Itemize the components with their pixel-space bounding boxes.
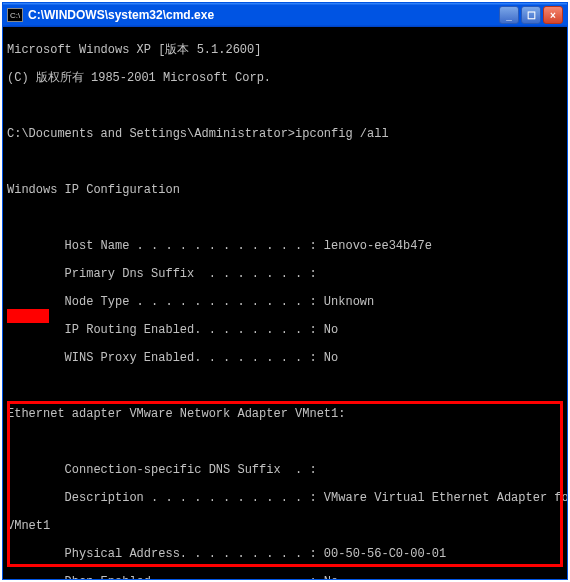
output-line: Connection-specific DNS Suffix . : xyxy=(7,463,563,477)
output-line xyxy=(7,379,563,393)
minimize-button[interactable]: _ xyxy=(499,6,519,24)
terminal-output[interactable]: Microsoft Windows XP [版本 5.1.2600] (C) 版… xyxy=(3,27,567,579)
highlight-box-large xyxy=(7,401,563,567)
output-line: Primary Dns Suffix . . . . . . . : xyxy=(7,267,563,281)
output-line: IP Routing Enabled. . . . . . . . : No xyxy=(7,323,563,337)
output-line: Dhcp Enabled. . . . . . . . . . . : No xyxy=(7,575,563,579)
adapter-header: Ethernet adapter VMware Network Adapter … xyxy=(7,407,563,421)
output-line: Windows IP Configuration xyxy=(7,183,563,197)
output-line xyxy=(7,99,563,113)
prompt-line: C:\Documents and Settings\Administrator>… xyxy=(7,127,563,141)
output-line: Physical Address. . . . . . . . . : 00-5… xyxy=(7,547,563,561)
titlebar[interactable]: C:\ C:\WINDOWS\system32\cmd.exe _ ☐ × xyxy=(3,3,567,27)
cmd-icon: C:\ xyxy=(7,8,23,22)
output-line: Microsoft Windows XP [版本 5.1.2600] xyxy=(7,43,563,57)
output-line: VMnet1 xyxy=(7,519,563,533)
highlight-box-small xyxy=(7,309,49,323)
output-line xyxy=(7,155,563,169)
titlebar-buttons: _ ☐ × xyxy=(499,6,563,24)
cmd-window: C:\ C:\WINDOWS\system32\cmd.exe _ ☐ × Mi… xyxy=(2,2,568,580)
close-button[interactable]: × xyxy=(543,6,563,24)
output-line: Host Name . . . . . . . . . . . . : leno… xyxy=(7,239,563,253)
window-title: C:\WINDOWS\system32\cmd.exe xyxy=(28,8,499,22)
output-line: Description . . . . . . . . . . . : VMwa… xyxy=(7,491,563,505)
output-line: WINS Proxy Enabled. . . . . . . . : No xyxy=(7,351,563,365)
output-line: (C) 版权所有 1985-2001 Microsoft Corp. xyxy=(7,71,563,85)
maximize-button[interactable]: ☐ xyxy=(521,6,541,24)
output-line xyxy=(7,211,563,225)
output-line xyxy=(7,435,563,449)
output-line: Node Type . . . . . . . . . . . . : Unkn… xyxy=(7,295,563,309)
